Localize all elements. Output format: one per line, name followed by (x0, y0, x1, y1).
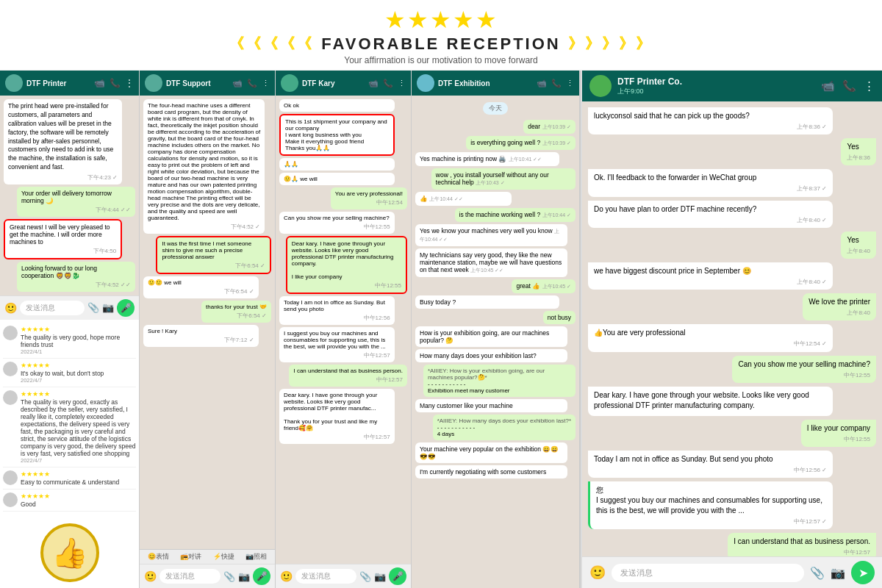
emoji-icon[interactable]: 🙂 (4, 302, 17, 314)
emoji-icon[interactable]: 🙂 (144, 570, 157, 582)
page-title: 《《《《《 FAVORABLE RECEPTION 》》》》》 (0, 34, 882, 54)
panel3-input[interactable]: 发送消息 (295, 569, 356, 584)
emoji-icon[interactable]: 🙂 (589, 564, 606, 581)
panel1-input[interactable]: 发送消息 (20, 301, 85, 315)
attach-icon[interactable]: 📎 (223, 571, 235, 582)
photo-action[interactable]: 📷照相 (245, 552, 267, 562)
msg-bubble: Looking forward to our long cooperation … (17, 262, 135, 292)
panel-1: DTF Printer 📹 📞 ⋮ The print head were pr… (0, 71, 140, 588)
panel1-chat-body: The print head were pre-installed for cu… (0, 96, 139, 295)
rating-item: ★★★★★ It's okay to wait, but don't stop … (3, 359, 136, 387)
quick-action[interactable]: ⚡快捷 (213, 552, 234, 562)
attach-icon[interactable]: 📎 (87, 302, 99, 313)
menu-icon[interactable]: ⋮ (398, 79, 406, 88)
send-button[interactable]: 🎤 (117, 299, 135, 317)
phone-icon[interactable]: 📞 (551, 79, 562, 88)
msg-bubble: we have biggest discount price in Septem… (588, 262, 833, 290)
left-deco: 《《《《《 (229, 34, 314, 54)
panel1-icons: 📹 📞 ⋮ (94, 78, 134, 88)
date-separator: 今天 (483, 102, 508, 115)
panel2-input[interactable]: 发送消息 (159, 569, 220, 584)
msg-bubble: Ok. I'll feedback to the forwarder in We… (588, 169, 833, 196)
panel2-avatar (145, 74, 162, 92)
panel2-icons: 📹 📞 ⋮ (232, 79, 270, 88)
walkie-action[interactable]: 📻对讲 (180, 552, 201, 562)
video-call-icon[interactable]: 📹 (821, 79, 835, 93)
msg-bubble: Your machine very popular on the exhibit… (415, 442, 567, 463)
panel1-name: DTF Printer (26, 79, 66, 87)
msg-bubble-highlighted: Great news! I will be very pleased to ge… (4, 219, 122, 259)
panel1-chat-header: DTF Printer 📹 📞 ⋮ (0, 71, 139, 96)
msg-bubble: 👍 上午10:44 ✓✓ (415, 192, 512, 206)
thumbs-badge: 👍 (40, 523, 99, 582)
msg-bubble: I can understand that as business person… (289, 365, 407, 387)
attach-icon[interactable]: 📎 (359, 571, 371, 582)
rating-avatar (3, 492, 18, 507)
msg-bubble: I suggest you buy our machines and consu… (279, 327, 395, 362)
right-panel-input[interactable]: 发送消息 (612, 564, 804, 582)
video-icon[interactable]: 📹 (94, 78, 105, 88)
menu-icon[interactable]: ⋮ (262, 79, 270, 88)
msg-bubble: thanks for your trust 🤝 下午6:54 ✓ (201, 301, 271, 323)
panel-4: DTF Exhibition 📹 📞 ⋮ 今天 dear 上午10:39 ✓ i… (412, 71, 581, 588)
phone-icon[interactable]: 📞 (247, 79, 257, 88)
send-button[interactable]: 🎤 (253, 567, 270, 585)
video-icon[interactable]: 📹 (537, 79, 547, 88)
msg-bubble: 🙂🙏 we will (279, 173, 395, 185)
voice-call-icon[interactable]: 📞 (842, 79, 856, 93)
panel-3: DTF Kary 📹 📞 ⋮ Ok ok This is 1st shipmen… (276, 71, 412, 588)
rating-avatar (3, 362, 18, 376)
msg-bubble: *AIIIEY: How many days does your exhibit… (433, 415, 576, 440)
main-content: DTF Printer 📹 📞 ⋮ The print head were pr… (0, 71, 882, 588)
msg-bubble: Yes machine is printing now 🖨️ 上午10:41 ✓… (415, 152, 559, 166)
emoji-action[interactable]: 😊表情 (148, 552, 169, 562)
panel4-icons: 📹 📞 ⋮ (537, 79, 574, 88)
msg-bubble: not busy (543, 311, 576, 324)
emoji-icon[interactable]: 🙂 (280, 570, 293, 582)
msg-bubble: 🙏🙏 (279, 158, 395, 171)
msg-bubble: How is your exhibition going, are our ma… (415, 326, 567, 347)
msg-bubble: Dear kary. I have gone through your webs… (588, 387, 833, 416)
camera-icon[interactable]: 📷 (374, 571, 386, 582)
rating-item: ★★★★★ The quality is very good, exactly … (3, 387, 136, 467)
camera-icon[interactable]: 📷 (102, 302, 114, 313)
msg-bubble: luckyconsol said that he can pick up the… (588, 107, 833, 135)
msg-bubble: I like your company 中午12:55 (801, 420, 876, 447)
panel4-header: DTF Exhibition 📹 📞 ⋮ (412, 71, 579, 96)
panel2-footer: 🙂 发送消息 📎 📷 🎤 (140, 564, 275, 588)
msg-bubble: is the machine working well ? 上午10:44 ✓ (455, 208, 576, 222)
msg-bubble: I'm currently negotiating with some cust… (415, 465, 567, 478)
attach-icon[interactable]: 📎 (810, 566, 825, 580)
video-icon[interactable]: 📹 (368, 79, 379, 88)
msg-bubble: Many customer like your machine (415, 399, 567, 412)
video-icon[interactable]: 📹 (232, 79, 243, 88)
menu-icon[interactable]: ⋮ (125, 78, 134, 88)
msg-bubble-highlighted: It was the first time I met someone shim… (156, 236, 271, 274)
msg-bubble: Sure ! Kary 下午7:12 ✓ (143, 325, 259, 347)
camera-icon[interactable]: 📷 (831, 566, 845, 580)
right-panel-name: DTF Printer Co. (617, 76, 682, 87)
camera-icon[interactable]: 📷 (238, 571, 250, 582)
menu-dots-icon[interactable]: ⋮ (864, 79, 875, 93)
panel2-quick-actions: 😊表情 📻对讲 ⚡快捷 📷照相 (140, 549, 275, 564)
right-deco: 》》》》》 (568, 34, 653, 54)
msg-bubble: Today I am not in office as Sunday. But … (279, 296, 395, 325)
panel1-avatar (5, 74, 23, 92)
panel3-icons: 📹 📞 ⋮ (368, 79, 406, 88)
send-button[interactable]: 🎤 (389, 567, 406, 585)
ratings-section: ★★★★★ The quality is very good, hope mor… (0, 320, 139, 518)
phone-icon[interactable]: 📞 (383, 79, 393, 88)
right-send-button[interactable]: ➤ (851, 561, 875, 584)
menu-icon[interactable]: ⋮ (566, 79, 574, 88)
phone-icon[interactable]: 📞 (110, 78, 121, 88)
msg-bubble-highlighted: Dear kary. I have gone through your webs… (286, 236, 407, 294)
msg-bubble: Ok ok (279, 99, 395, 112)
panel-2: DTF Support 📹 📞 ⋮ The four-head machine … (140, 71, 276, 588)
msg-bubble: Can you show me your selling machine? 中午… (732, 356, 876, 383)
panel4-name: DTF Exhibition (438, 79, 490, 87)
msg-bubble: Busy today ? (415, 295, 559, 309)
header-subtitle: Your affirmation is our motivation to mo… (0, 55, 882, 65)
panel3-chat-body: Ok ok This is 1st shipment your company … (276, 96, 411, 564)
panel2-name: DTF Support (166, 79, 211, 87)
right-panel: DTF Printer Co. 上午9:00 📹 📞 ⋮ luckyconsol… (581, 71, 882, 588)
